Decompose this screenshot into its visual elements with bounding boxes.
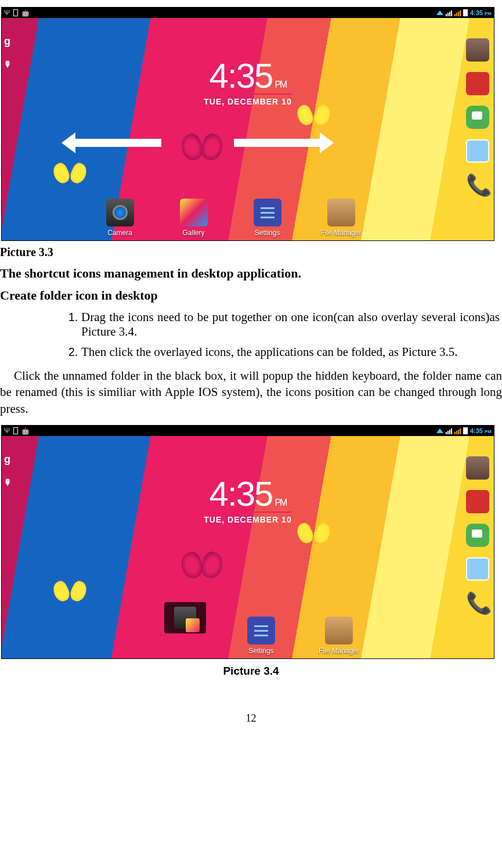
dock-label: File Manager [319, 647, 359, 655]
section-heading: The shortcut icons management in desktop… [0, 266, 502, 281]
settings-app[interactable]: Settings [241, 199, 294, 237]
butterfly-decoration [298, 523, 330, 546]
wifi-icon [436, 428, 443, 433]
clock-date: TUE, DECEMBER 10 [204, 93, 291, 106]
right-widget-column: 📞 [466, 38, 489, 196]
android-statusbar: Ψ 🤖 4:35 PM [2, 426, 494, 436]
page-number: 12 [0, 712, 502, 725]
butterfly-decoration [54, 163, 86, 186]
clock-time: 4:35PM [204, 56, 291, 96]
filemanager-app[interactable]: File Manager [315, 199, 367, 237]
screenshot-picture-3-3: Ψ 🤖 4:35 PM g 🎙 4:35PM TUE, DECEMBER 10 [1, 7, 494, 241]
settings-app[interactable]: Settings [235, 617, 287, 655]
widget-generic-icon[interactable] [466, 456, 489, 480]
messaging-icon[interactable] [466, 524, 489, 547]
signal-1-icon [446, 9, 452, 16]
widget-generic-icon[interactable] [466, 490, 489, 513]
instruction-list: Drag the icons need to be put together o… [81, 310, 500, 359]
figure-caption: Picture 3.3 [0, 246, 502, 259]
swipe-left-arrow [74, 139, 161, 147]
clock-widget[interactable]: 4:35PM TUE, DECEMBER 10 [204, 56, 291, 107]
quick-search-bar[interactable]: g 🎙 [4, 35, 17, 73]
gallery-icon [180, 199, 208, 226]
camera-icon [106, 199, 134, 226]
folder-icon [327, 199, 355, 226]
battery-icon [463, 427, 468, 434]
contacts-icon[interactable] [466, 139, 489, 163]
mic-icon[interactable]: 🎙 [4, 60, 17, 73]
swipe-right-arrow [234, 139, 321, 147]
dock-label: Camera [107, 229, 132, 237]
camera-app[interactable]: Camera [94, 199, 146, 237]
status-psi-icon: Ψ [4, 9, 10, 17]
dock-label: Gallery [182, 229, 204, 237]
gallery-app[interactable]: Gallery [168, 199, 220, 237]
widget-generic-icon[interactable] [466, 38, 489, 62]
status-psi-icon: Ψ [4, 427, 10, 435]
clock-date: TUE, DECEMBER 10 [204, 512, 291, 524]
statusbar-time: 4:35 PM [470, 9, 492, 16]
unnamed-folder[interactable] [164, 602, 206, 633]
app-dock: Settings File Manager [222, 617, 378, 655]
signal-2-icon [454, 9, 461, 16]
figure-caption: Picture 3.4 [0, 665, 502, 678]
dock-label: File Manager [320, 229, 361, 237]
clock-widget[interactable]: 4:35PM TUE, DECEMBER 10 [204, 474, 291, 525]
status-android-icon: 🤖 [21, 427, 30, 435]
screenshot-picture-3-4: Ψ 🤖 4:35 PM g 🎙 4:35PM TUE, DECEMBER 10 [1, 425, 494, 659]
dock-label: Settings [255, 229, 280, 237]
butterfly-decoration [182, 134, 222, 163]
widget-generic-icon[interactable] [466, 72, 489, 95]
signal-1-icon [446, 427, 452, 434]
wallpaper: g 🎙 4:35PM TUE, DECEMBER 10 📞 Camera [2, 18, 494, 240]
list-item: Drag the icons need to be put together o… [81, 310, 500, 339]
statusbar-time: 4:35 PM [470, 427, 492, 434]
battery-icon [463, 9, 468, 16]
body-paragraph: Click the unnamed folder in the black bo… [0, 368, 502, 417]
phone-icon[interactable]: 📞 [466, 173, 489, 196]
butterfly-decoration [298, 105, 330, 128]
app-dock: Camera Gallery Settings File Manager [83, 199, 378, 237]
wallpaper: g 🎙 4:35PM TUE, DECEMBER 10 📞 Settings [2, 436, 494, 658]
signal-2-icon [454, 427, 461, 434]
phone-icon[interactable]: 📞 [466, 591, 489, 614]
mic-icon[interactable]: 🎙 [4, 478, 17, 491]
folder-stacked-icons [174, 607, 196, 629]
dock-label: Settings [248, 647, 273, 655]
contacts-icon[interactable] [466, 557, 489, 581]
android-statusbar: Ψ 🤖 4:35 PM [2, 8, 494, 18]
settings-icon [254, 199, 281, 226]
status-android-icon: 🤖 [21, 9, 30, 17]
google-icon[interactable]: g [4, 35, 17, 48]
clock-time: 4:35PM [204, 474, 291, 514]
status-portrait-icon [13, 427, 18, 434]
subsection-heading: Create folder icon in desktop [0, 288, 502, 303]
status-portrait-icon [13, 9, 18, 16]
settings-icon [247, 617, 275, 644]
butterfly-decoration [182, 552, 222, 581]
right-widget-column: 📞 [466, 456, 489, 614]
folder-icon [325, 617, 353, 644]
quick-search-bar[interactable]: g 🎙 [4, 453, 17, 491]
list-item: Then click the overlayed icons, the appl… [81, 345, 500, 359]
wifi-icon [436, 10, 443, 15]
butterfly-decoration [54, 581, 86, 604]
filemanager-app[interactable]: File Manager [313, 617, 365, 655]
google-icon[interactable]: g [4, 453, 17, 466]
messaging-icon[interactable] [466, 106, 489, 129]
